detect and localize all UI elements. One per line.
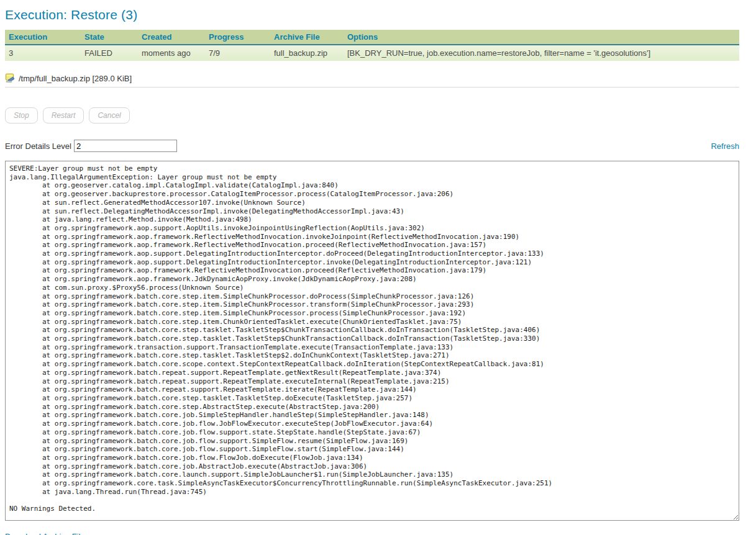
error-details-label: Error Details Level xyxy=(5,142,71,151)
column-header-archive-file: Archive File xyxy=(270,30,344,45)
archive-file-row: /tmp/full_backup.zip [289.0 KiB] xyxy=(5,73,739,83)
column-header-execution: Execution xyxy=(5,30,81,45)
refresh-link[interactable]: Refresh xyxy=(711,142,739,151)
table-row: 3 FAILED moments ago 7/9 full_backup.zip… xyxy=(5,45,739,61)
execution-details-page: Execution: Restore (3) Execution State C… xyxy=(0,0,756,535)
error-details-row: Error Details Level Refresh xyxy=(5,140,739,152)
column-header-state: State xyxy=(81,30,138,45)
table-header-row: Execution State Created Progress Archive… xyxy=(5,30,739,45)
execution-progress: 7/9 xyxy=(205,45,270,61)
column-header-options: Options xyxy=(344,30,739,45)
page-title: Execution: Restore (3) xyxy=(5,7,739,22)
column-header-created: Created xyxy=(138,30,205,45)
divider xyxy=(5,87,739,88)
download-archive-link[interactable]: Download Archive File xyxy=(5,532,85,535)
error-log-textarea[interactable]: SEVERE:Layer group must not be empty jav… xyxy=(5,161,739,521)
execution-id-link[interactable]: 3 xyxy=(5,45,81,61)
execution-created: moments ago xyxy=(138,45,205,61)
execution-state: FAILED xyxy=(81,45,138,61)
execution-options: [BK_DRY_RUN=true, job.execution.name=res… xyxy=(344,45,739,61)
error-details-level-input[interactable] xyxy=(74,140,177,152)
action-buttons: Stop Restart Cancel xyxy=(5,107,739,124)
executions-table: Execution State Created Progress Archive… xyxy=(5,30,739,61)
column-header-progress: Progress xyxy=(205,30,270,45)
cancel-button[interactable]: Cancel xyxy=(89,107,129,124)
archive-path-label: /tmp/full_backup.zip [289.0 KiB] xyxy=(19,74,132,83)
restart-button[interactable]: Restart xyxy=(43,107,84,124)
zip-file-icon xyxy=(5,73,15,83)
stop-button[interactable]: Stop xyxy=(5,107,38,124)
execution-archive-file: full_backup.zip xyxy=(270,45,344,61)
